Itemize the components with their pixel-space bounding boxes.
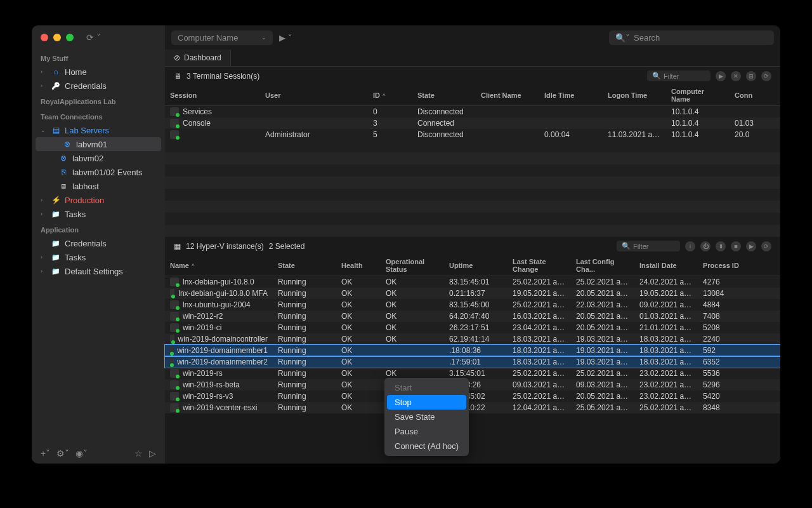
column-header[interactable]: Operational Status xyxy=(381,255,444,276)
tab-dashboard[interactable]: ⊘ Dashboard xyxy=(165,50,231,66)
main-area: Computer Name ⌄ ▶ ˅ 🔍˅ Search ⊘ Dashboar… xyxy=(165,25,780,464)
column-header[interactable]: Install Date xyxy=(634,255,698,276)
hyperv-row[interactable]: win-2019-domainmember2RunningOK.17:59:01… xyxy=(165,356,780,368)
terminal-row[interactable]: Console3Connected10.1.0.401.03 xyxy=(165,117,780,129)
sidebar-item-production[interactable]: ›Production xyxy=(32,193,165,207)
sidebar-item-tasks[interactable]: ›Tasks xyxy=(32,250,165,264)
terminal-row[interactable]: Services0Disconnected10.1.0.4 xyxy=(165,106,780,117)
hyperv-row[interactable]: win-2019-rsRunningOKOK3.15:45:0125.02.20… xyxy=(165,368,780,379)
context-menu-save-state[interactable]: Save State xyxy=(387,410,466,424)
titlebar: ⟳ ˅ xyxy=(32,25,165,50)
sync-icon[interactable]: ⟳ ˅ xyxy=(86,32,101,43)
hyperv-row[interactable]: lnx-ubuntu-gui-2004RunningOKOK83.15:45:0… xyxy=(165,299,780,311)
terminal-action-2[interactable]: ✕ xyxy=(731,71,741,81)
sidebar-item-label: labhost xyxy=(72,182,99,191)
context-menu-pause[interactable]: Pause xyxy=(387,424,466,439)
cell: 25.02.2021 at 17... xyxy=(571,368,634,379)
hyperv-row[interactable]: win-2019-rs-v3RunningOKOK3.15:45:0225.02… xyxy=(165,391,780,402)
hyperv-power[interactable]: ⏻ xyxy=(700,241,710,251)
column-header[interactable]: User xyxy=(260,85,368,105)
terminal-action-3[interactable]: ⊟ xyxy=(746,71,756,81)
column-header[interactable]: Health xyxy=(336,255,381,276)
cell: 18.03.2021 at 14... xyxy=(508,345,571,356)
play-icon[interactable]: ▷ xyxy=(149,448,156,458)
cell: 4884 xyxy=(698,299,749,311)
hyperv-row[interactable]: lnx-debian-gui-10.8.0RunningOKOK83.15:45… xyxy=(165,276,780,288)
terminal-refresh[interactable]: ⟳ xyxy=(761,71,771,81)
computer-name-combo[interactable]: Computer Name ⌄ xyxy=(171,30,273,45)
hyperv-row[interactable]: win-2019-ciRunningOKOK26.23:17:5123.04.2… xyxy=(165,322,780,333)
cell: OK xyxy=(336,276,381,288)
terminal-action-1[interactable]: ▶ xyxy=(716,71,726,81)
gear-button[interactable]: ⚙˅ xyxy=(56,448,69,458)
hyperv-row[interactable]: win-2019-vcenter-esxiRunningOKOK7.16:10:… xyxy=(165,402,780,413)
terminal-row[interactable]: Administrator5Disconnected0.00:0411.03.2… xyxy=(165,129,780,140)
column-header[interactable]: Name^ xyxy=(165,255,273,276)
cell: OK xyxy=(336,402,381,413)
sidebar-item-default-settings[interactable]: ›Default Settings xyxy=(32,264,165,278)
filter-placeholder: Filter xyxy=(633,243,648,250)
column-header[interactable]: Process ID xyxy=(698,255,749,276)
column-header[interactable]: Client Name xyxy=(476,85,539,105)
vm-icon xyxy=(170,346,173,355)
cell: .17:59:01 xyxy=(444,356,508,368)
grid-button[interactable]: ◉˅ xyxy=(75,448,88,458)
close-window-button[interactable] xyxy=(41,34,48,41)
column-header[interactable]: Uptime xyxy=(444,255,508,276)
context-menu-connect-ad-hoc-[interactable]: Connect (Ad hoc) xyxy=(387,439,466,453)
cell: 13084 xyxy=(698,288,749,299)
cell: 5296 xyxy=(698,379,749,391)
minimize-window-button[interactable] xyxy=(53,34,61,41)
hyperv-row[interactable]: win-2012-r2RunningOKOK64.20:47:4016.03.2… xyxy=(165,311,780,322)
cell: win-2019-rs-beta xyxy=(165,379,273,391)
sidebar-item-lab-servers[interactable]: ⌄Lab Servers xyxy=(32,123,165,137)
cell: 10.1.0.4 xyxy=(666,117,730,129)
run-button[interactable]: ▶ ˅ xyxy=(279,33,292,43)
sidebar-item-labvm02[interactable]: labvm02 xyxy=(32,151,165,165)
hyperv-row[interactable]: win-2019-domainmember1RunningOK.18:08:36… xyxy=(165,345,780,356)
column-header[interactable]: Session xyxy=(165,85,260,105)
maximize-window-button[interactable] xyxy=(66,34,74,41)
search-field[interactable]: 🔍˅ Search xyxy=(609,30,774,45)
terminal-filter[interactable]: 🔍 Filter xyxy=(647,70,710,81)
column-header[interactable]: Conn xyxy=(730,85,761,105)
cell: 6352 xyxy=(698,356,749,368)
hyperv-play[interactable]: ▶ xyxy=(746,241,756,251)
hyperv-refresh[interactable]: ⟳ xyxy=(761,241,771,251)
cell xyxy=(381,361,444,363)
column-header[interactable]: State xyxy=(412,85,476,105)
hyperv-stop[interactable]: ■ xyxy=(731,241,741,251)
vm-icon xyxy=(170,392,179,401)
evt-icon xyxy=(58,167,69,177)
terminal-table: SessionUserID^StateClient NameIdle TimeL… xyxy=(165,85,780,140)
column-header[interactable]: ID^ xyxy=(368,85,412,105)
vm-icon xyxy=(170,323,179,332)
column-header[interactable]: Last Config Cha... xyxy=(571,255,634,276)
hyperv-row[interactable]: win-2019-rs-betaRunningOKOK.17:33:2609.0… xyxy=(165,379,780,391)
sidebar-item-labvm01[interactable]: labvm01 xyxy=(36,137,161,151)
star-icon[interactable]: ☆ xyxy=(134,448,143,458)
cell: 24.02.2021 at 12... xyxy=(634,276,698,288)
hyperv-row[interactable]: lnx-debian-gui-10.8.0 MFARunningOKOK0.21… xyxy=(165,288,780,299)
hyperv-row[interactable]: win-2019-domaincontrollerRunningOKOK62.1… xyxy=(165,333,780,345)
cell xyxy=(603,122,666,124)
hyperv-pause[interactable]: ⏸ xyxy=(716,241,726,251)
column-header[interactable]: Logon Time xyxy=(603,85,666,105)
sidebar-item-credentials[interactable]: Credentials xyxy=(32,236,165,250)
hyperv-filter[interactable]: 🔍 Filter xyxy=(617,241,680,251)
column-header[interactable]: State xyxy=(273,255,336,276)
sidebar-item-tasks[interactable]: ›Tasks xyxy=(32,207,165,221)
sidebar-item-home[interactable]: ›Home xyxy=(32,65,165,79)
hyperv-info[interactable]: i xyxy=(685,241,695,251)
column-header[interactable]: Computer Name xyxy=(666,85,730,105)
cell: win-2019-rs-v3 xyxy=(165,391,273,402)
add-button[interactable]: +˅ xyxy=(41,448,50,458)
sidebar-item-labhost[interactable]: labhost xyxy=(32,179,165,193)
column-header[interactable]: Idle Time xyxy=(539,85,603,105)
home-icon xyxy=(51,67,61,77)
sidebar-item-credentials[interactable]: ›Credentials xyxy=(32,79,165,93)
cell: 18.03.2021 at 15... xyxy=(508,356,571,368)
sidebar-item-labvm01-02-events[interactable]: labvm01/02 Events xyxy=(32,165,165,179)
column-header[interactable]: Last State Change xyxy=(508,255,571,276)
context-menu-stop[interactable]: Stop xyxy=(387,395,466,410)
